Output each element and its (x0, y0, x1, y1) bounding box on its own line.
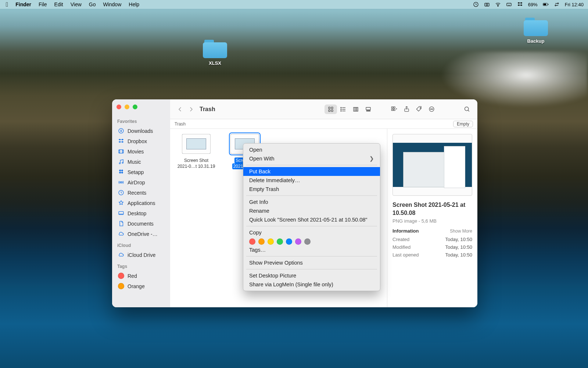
group-by-button[interactable] (390, 105, 398, 113)
view-column[interactable] (349, 105, 362, 114)
context-menu-item-label: Delete Immediately… (249, 177, 300, 183)
svg-point-40 (420, 107, 420, 108)
context-menu-item[interactable]: Delete Immediately… (243, 176, 380, 185)
context-menu-item[interactable]: Get Info (243, 198, 380, 206)
sidebar-item[interactable]: Documents (116, 219, 166, 228)
wifi-icon[interactable] (495, 1, 501, 7)
tag-color[interactable] (249, 238, 255, 245)
desktop-folder[interactable]: Backup (519, 18, 552, 44)
sidebar-section-icloud: iCloud (117, 243, 166, 248)
menu-help[interactable]: Help (129, 1, 139, 7)
sidebar-item[interactable]: Music (116, 157, 166, 166)
search-button[interactable] (463, 105, 471, 113)
menu-bar:  Finder File Edit View Go Window Help 6… (0, 0, 588, 9)
menu-edit[interactable]: Edit (54, 1, 63, 7)
tags-button[interactable] (415, 105, 423, 113)
sidebar-item[interactable]: Setapp (116, 167, 166, 177)
preview-thumbnail (392, 134, 472, 196)
close-button[interactable] (116, 105, 121, 109)
view-icon[interactable] (325, 105, 337, 114)
tag-color[interactable] (286, 238, 292, 245)
sidebar-tag[interactable]: Red (116, 271, 166, 280)
sidebar-item[interactable]: Applications (116, 198, 166, 208)
sidebar-item[interactable]: Recents (116, 188, 166, 197)
sidebar-item[interactable]: Desktop (116, 209, 166, 218)
control-center-icon[interactable] (554, 1, 560, 7)
tag-color[interactable] (295, 238, 301, 245)
context-menu-item[interactable]: Put Back (243, 167, 380, 176)
svg-rect-7 (548, 4, 548, 5)
sidebar-item[interactable]: Downloads (116, 126, 166, 135)
sidebar-tag[interactable]: Orange (116, 282, 166, 291)
minimize-button[interactable] (125, 105, 129, 109)
context-menu-item[interactable]: Share via LogMeIn (Single file only) (243, 280, 380, 289)
context-menu-item[interactable]: Open With❯ (243, 154, 380, 163)
svg-rect-24 (331, 110, 333, 112)
menu-clock[interactable]: Fri 12:40 (565, 2, 584, 7)
sidebar-item[interactable]: AirDrop (116, 178, 166, 187)
tag-color[interactable] (268, 238, 274, 245)
svg-point-3 (498, 6, 498, 7)
svg-rect-14 (119, 169, 121, 171)
menu-view[interactable]: View (71, 1, 82, 7)
context-menu-item-label: Open (249, 147, 262, 153)
svg-point-43 (431, 109, 432, 110)
context-menu-item[interactable]: Empty Trash (243, 185, 380, 194)
battery-icon[interactable] (543, 1, 549, 7)
dropbox-icon[interactable] (517, 1, 523, 7)
menu-file[interactable]: File (39, 1, 47, 7)
sidebar-item[interactable]: OneDrive -… (116, 229, 166, 238)
sidebar-item-label: Recents (128, 190, 146, 196)
view-list[interactable] (337, 105, 349, 114)
more-button[interactable] (427, 105, 435, 113)
svg-point-18 (120, 181, 122, 183)
preview-show-more[interactable]: Show More (450, 229, 472, 234)
clock-icon[interactable] (473, 1, 479, 7)
context-menu-item[interactable]: Copy (243, 228, 380, 237)
tag-color[interactable] (258, 238, 265, 245)
context-menu-item[interactable]: Tags… (243, 245, 380, 254)
svg-point-44 (432, 109, 433, 110)
preview-info-row: ModifiedToday, 10:50 (392, 244, 472, 250)
preview-title: Screen Shot 2021-05-21 at 10.50.08 (392, 201, 472, 217)
menu-window[interactable]: Window (103, 1, 121, 7)
desktop-folder-label: Backup (519, 38, 552, 44)
app-name[interactable]: Finder (15, 1, 31, 7)
svg-rect-17 (121, 171, 123, 174)
nav-back-button[interactable] (177, 106, 183, 113)
context-menu-item[interactable]: Show Preview Options (243, 258, 380, 267)
nav-fwd-button[interactable] (188, 106, 194, 113)
zoom-button[interactable] (133, 105, 137, 109)
sidebar-item-label: Documents (128, 221, 154, 227)
empty-trash-button[interactable]: Empty (453, 121, 473, 127)
context-menu-item-label: Set Desktop Picture (249, 273, 296, 279)
context-menu-item-label: Copy (249, 230, 262, 236)
tag-color[interactable] (277, 238, 283, 245)
sidebar-section-favorites: Favorites (117, 119, 166, 124)
view-gallery[interactable] (362, 105, 374, 114)
sidebar-item-label: Movies (128, 149, 144, 155)
tag-color[interactable] (304, 238, 311, 245)
context-menu-item[interactable]: Rename (243, 206, 380, 215)
context-menu-item-label: Tags… (249, 247, 266, 253)
sidebar-item-label: Downloads (128, 128, 153, 134)
camera-icon[interactable] (484, 1, 490, 7)
svg-point-26 (341, 109, 341, 110)
svg-rect-35 (391, 107, 393, 108)
sidebar-item[interactable]: Dropbox (116, 137, 166, 146)
context-menu-item[interactable]: Open (243, 145, 380, 154)
context-menu-item-label: Open With (249, 156, 275, 162)
context-menu-item[interactable]: Quick Look "Screen Shot 2021-05-21 at 10… (243, 215, 380, 224)
svg-rect-31 (366, 107, 370, 110)
share-button[interactable] (402, 105, 410, 113)
sidebar-item[interactable]: Movies (116, 147, 166, 156)
apple-menu-icon[interactable]:  (6, 1, 8, 8)
sidebar-item[interactable]: iCloud Drive (116, 250, 166, 259)
context-menu-item[interactable]: Set Desktop Picture (243, 271, 380, 280)
menu-go[interactable]: Go (89, 1, 96, 7)
desktop-folder[interactable]: XLSX (198, 40, 232, 66)
sidebar-item-label: Red (128, 273, 137, 279)
sidebar-item-label: Setapp (128, 169, 144, 175)
keyboard-icon[interactable] (506, 1, 512, 7)
file-item[interactable]: Screen Shot2021-0…t 10.31.19 (176, 134, 216, 169)
